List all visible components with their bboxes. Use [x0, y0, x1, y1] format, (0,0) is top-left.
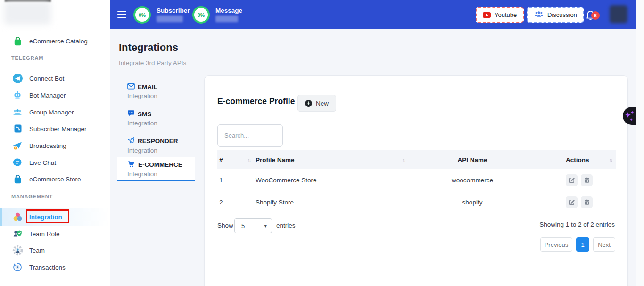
sidebar-item-label: Live Chat — [29, 159, 56, 166]
new-button-label: New — [316, 100, 329, 107]
youtube-button[interactable]: Youtube — [476, 7, 524, 23]
broadcast-plane-icon — [11, 139, 24, 152]
sidebar-item-label: Team — [29, 247, 45, 254]
show-label: Show — [217, 222, 233, 229]
column-header-actions: Actions — [566, 156, 589, 163]
telegram-plane-icon — [11, 72, 24, 84]
sidebar-item-subscriber-manager[interactable]: Subscriber Manager — [0, 122, 110, 136]
subnav-sub: Integration — [127, 147, 195, 154]
ai-assistant-button[interactable] — [623, 107, 636, 125]
sidebar-item-team[interactable]: Team — [0, 243, 110, 257]
sidebar-item-broadcasting[interactable]: Broadcasting — [0, 139, 110, 153]
sidebar-item-label: Transactions — [29, 264, 66, 271]
subscriber-stat-value-blurred — [157, 16, 183, 22]
edit-button[interactable] — [566, 174, 578, 186]
message-percent: 0% — [198, 12, 205, 18]
subnav-responder-integration[interactable]: RESPONDER Integration — [117, 134, 195, 157]
entries-summary: Showing 1 to 2 of 2 entries — [539, 221, 615, 228]
subnav-name: EMAIL — [138, 83, 157, 90]
topbar: 0% Subscriber 0% Message Youtube Discuss… — [110, 0, 636, 29]
edit-button[interactable] — [566, 196, 578, 208]
sidebar-item-label: Group Manager — [29, 109, 74, 116]
message-progress-ring: 0% — [192, 6, 210, 24]
subnav-name: RESPONDER — [138, 138, 178, 145]
sidebar-item-label: eCommerce Catalog — [29, 38, 88, 45]
subnav-name: E-COMMERCE — [138, 161, 182, 168]
subscriber-progress-ring: 0% — [133, 6, 151, 24]
shopping-bag-blue-icon — [11, 173, 24, 185]
discussion-button-label: Discussion — [547, 11, 577, 18]
sidebar-item-team-role[interactable]: Team Role — [0, 227, 110, 241]
sidebar-item-group-manager[interactable]: Group Manager — [0, 105, 110, 119]
subnav-sub: Integration — [127, 120, 195, 127]
column-header-profile[interactable]: Profile Name — [256, 156, 295, 163]
user-avatar-blurred[interactable] — [610, 5, 627, 23]
pagination-previous-button[interactable]: Previous — [540, 237, 572, 252]
sidebar-item-bot-manager[interactable]: Bot Manager — [0, 88, 110, 102]
contact-book-icon — [11, 123, 24, 135]
hamburger-menu-icon[interactable] — [117, 11, 126, 18]
sidebar-item-live-chat[interactable]: Live Chat — [0, 155, 110, 170]
sidebar-item-ecommerce-catalog[interactable]: eCommerce Catalog — [0, 34, 110, 48]
subnav-sms-integration[interactable]: SMS Integration — [117, 107, 195, 131]
search-input[interactable] — [217, 124, 283, 147]
discussion-button[interactable]: Discussion — [527, 7, 584, 23]
table-header-row: # ↑↓ Profile Name ↑↓ API Name Actions ↑↓ — [217, 150, 616, 169]
annotation-highlight-box — [26, 209, 69, 223]
sparkles-icon — [623, 107, 636, 125]
app-logo-blurred — [4, 1, 51, 25]
pagination-next-button[interactable]: Next — [593, 237, 615, 252]
chevron-down-icon: ▾ — [264, 223, 267, 229]
integration-circles-icon — [11, 211, 24, 223]
delete-button[interactable] — [581, 174, 593, 186]
subscriber-stat-label: Subscriber — [157, 7, 190, 14]
shopping-cart-icon — [127, 160, 135, 169]
page-scrollbar[interactable] — [636, 0, 644, 286]
subnav-email-integration[interactable]: EMAIL Integration — [117, 80, 195, 104]
column-header-api[interactable]: API Name — [409, 156, 536, 163]
sidebar-section-management: MANAGEMENT — [11, 194, 53, 199]
page-size-value: 5 — [241, 222, 245, 229]
person-shield-icon — [11, 228, 24, 240]
plus-icon: + — [305, 100, 312, 107]
discussion-people-icon — [534, 11, 544, 19]
pagination-page-1-button[interactable]: 1 — [576, 237, 589, 252]
message-stat-value-blurred — [215, 16, 238, 22]
subnav-sub: Integration — [127, 92, 195, 99]
sidebar: eCommerce Catalog TELEGRAM Connect Bot B… — [0, 0, 110, 286]
sort-icon[interactable]: ↑↓ — [248, 157, 254, 163]
delete-button[interactable] — [581, 196, 593, 208]
sidebar-item-transactions[interactable]: Transactions — [0, 260, 110, 274]
profile-name: Shopify Store — [256, 199, 294, 206]
subscriber-percent: 0% — [139, 12, 146, 18]
sidebar-item-label: Connect Bot — [29, 75, 64, 82]
youtube-button-label: Youtube — [495, 11, 517, 18]
sidebar-item-label: eCommerce Store — [29, 176, 81, 183]
robot-icon — [11, 89, 24, 101]
youtube-icon — [483, 12, 491, 18]
gear-person-icon — [11, 244, 24, 256]
new-profile-button[interactable]: + New — [297, 95, 336, 112]
api-name: shopify — [409, 199, 536, 206]
chat-bubble-icon — [11, 156, 24, 169]
column-header-num[interactable]: # — [219, 156, 223, 163]
sidebar-item-label: Broadcasting — [29, 142, 66, 149]
history-clock-icon — [11, 261, 24, 273]
sidebar-item-label: Bot Manager — [29, 92, 66, 99]
subnav-ecommerce-integration[interactable]: E-COMMERCE Integration — [117, 157, 195, 181]
profile-name: WooCommerce Store — [256, 177, 317, 184]
email-icon — [127, 83, 135, 91]
table-row: 2 Shopify Store shopify — [217, 191, 616, 213]
sort-icon[interactable]: ↑↓ — [609, 157, 616, 163]
subnav-sub: Integration — [127, 171, 195, 178]
sms-bubble-icon — [127, 110, 135, 118]
message-stat-label: Message — [215, 7, 242, 14]
table-row: 1 WooCommerce Store woocommerce — [217, 169, 616, 191]
profiles-table: # ↑↓ Profile Name ↑↓ API Name Actions ↑↓… — [217, 150, 616, 213]
page-subtitle: Integrate 3rd Party APIs — [119, 59, 186, 66]
sidebar-item-connect-bot[interactable]: Connect Bot — [0, 71, 110, 85]
sort-icon[interactable]: ↑↓ — [402, 157, 409, 163]
panel-heading: E-commerce Profile — [217, 97, 295, 106]
page-size-select[interactable]: 5 ▾ — [234, 218, 272, 233]
sidebar-item-ecommerce-store[interactable]: eCommerce Store — [0, 172, 110, 186]
